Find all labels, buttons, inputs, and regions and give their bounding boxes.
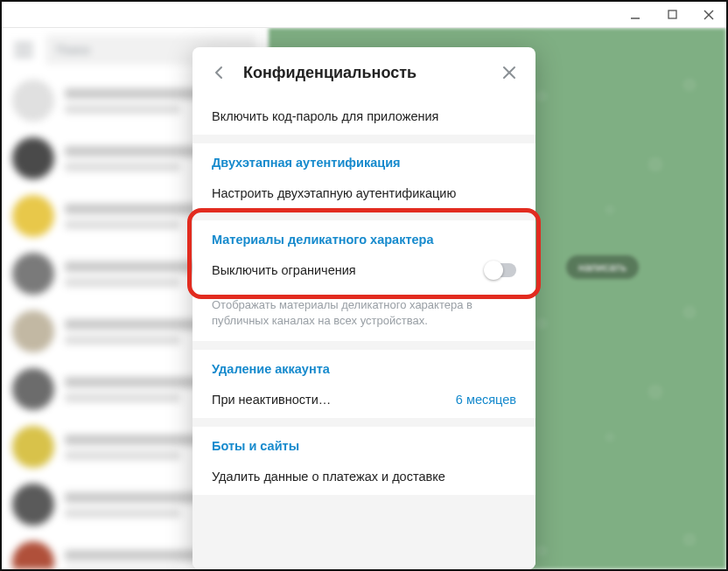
svg-rect-1 xyxy=(668,10,676,18)
section-title-delete: Удаление аккаунта xyxy=(192,350,536,381)
row-inactivity-label: При неактивности… xyxy=(212,393,331,407)
row-inactivity-value: 6 месяцев xyxy=(456,393,516,407)
row-disable-restrictions[interactable]: Выключить ограничения xyxy=(192,252,536,289)
section-title-bots: Боты и сайты xyxy=(192,427,536,458)
avatar xyxy=(12,137,54,179)
avatar xyxy=(12,310,54,352)
row-setup-2fa[interactable]: Настроить двухэтапную аутентификацию xyxy=(192,175,536,212)
avatar xyxy=(12,426,54,468)
close-icon[interactable] xyxy=(499,62,520,83)
section-title-sensitive: Материалы деликатного характера xyxy=(192,220,536,252)
window-titlebar xyxy=(2,2,726,28)
app-window: Поиск написать Конфиденциальность В xyxy=(0,0,728,571)
window-maximize-button[interactable] xyxy=(662,4,682,25)
avatar xyxy=(12,368,54,410)
modal-body: Включить код-пароль для приложения Двухэ… xyxy=(192,98,536,569)
privacy-settings-modal: Конфиденциальность Включить код-пароль д… xyxy=(192,47,536,569)
avatar xyxy=(12,80,54,122)
section-title-2fa: Двухэтапная аутентификация xyxy=(192,143,536,175)
row-passcode[interactable]: Включить код-пароль для приложения xyxy=(192,98,536,135)
window-close-button[interactable] xyxy=(698,4,719,25)
avatar xyxy=(12,253,54,295)
modal-title: Конфиденциальность xyxy=(243,64,485,82)
row-disable-restrictions-label: Выключить ограничения xyxy=(212,263,356,277)
sensitive-toggle[interactable] xyxy=(485,263,516,277)
window-minimize-button[interactable] xyxy=(625,4,646,25)
avatar xyxy=(12,195,54,237)
hint-sensitive: Отображать материалы деликатного характе… xyxy=(192,289,536,341)
back-button[interactable] xyxy=(208,62,229,83)
menu-icon[interactable] xyxy=(14,43,33,57)
row-inactivity[interactable]: При неактивности… 6 месяцев xyxy=(192,381,536,418)
search-placeholder: Поиск xyxy=(56,43,90,57)
avatar xyxy=(12,484,54,526)
write-pill[interactable]: написать xyxy=(566,255,639,279)
row-clear-payment[interactable]: Удалить данные о платежах и доставке xyxy=(192,458,536,495)
avatar xyxy=(12,541,54,569)
